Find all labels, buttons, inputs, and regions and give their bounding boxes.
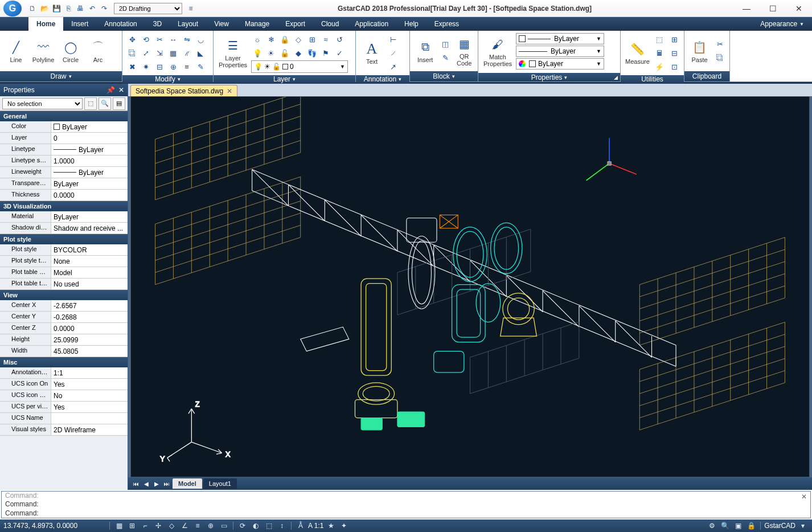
qprop-icon[interactable]: ⬚ bbox=[263, 521, 274, 531]
layout-last-icon[interactable]: ⏭ bbox=[162, 479, 171, 488]
prop-row[interactable]: Height25.0999 bbox=[0, 334, 128, 346]
annovis-icon[interactable]: ★ bbox=[325, 521, 337, 531]
ortho-icon[interactable]: ⌐ bbox=[140, 521, 151, 531]
align-icon[interactable]: ≡ bbox=[181, 60, 193, 73]
prop-row[interactable]: LinetypeByLayer bbox=[0, 144, 128, 155]
tab-insert[interactable]: Insert bbox=[63, 17, 96, 31]
prop-row[interactable]: Plot styleBYCOLOR bbox=[0, 244, 128, 256]
layout-prev-icon[interactable]: ◀ bbox=[142, 479, 151, 488]
trim-icon[interactable]: ✂ bbox=[153, 33, 166, 46]
dyn-icon[interactable]: ⊕ bbox=[205, 521, 216, 531]
prop-row[interactable]: Width45.0805 bbox=[0, 346, 128, 357]
layer-state-icon[interactable]: ⚑ bbox=[319, 47, 332, 59]
prop-row[interactable]: Thickness0.0000 bbox=[0, 190, 128, 201]
quickselect-panel-icon[interactable]: 🔍 bbox=[99, 97, 111, 110]
prop-row[interactable]: Visual styles2D Wireframe bbox=[0, 424, 128, 436]
prop-group-misc[interactable]: Misc bbox=[0, 357, 128, 367]
prop-group-plot-style[interactable]: Plot style bbox=[0, 234, 128, 244]
prop-value[interactable]: Yes bbox=[51, 379, 128, 390]
tab-export[interactable]: Export bbox=[277, 17, 313, 31]
prop-value[interactable]: Yes bbox=[51, 402, 128, 412]
prop-row[interactable]: UCS Name bbox=[0, 413, 128, 424]
scale-label[interactable]: A 1:1 bbox=[308, 522, 323, 530]
document-tab[interactable]: Softpedia Space Station.dwg✕ bbox=[130, 85, 237, 96]
mirror-icon[interactable]: ⇋ bbox=[181, 33, 193, 46]
selcyc-icon[interactable]: ↕ bbox=[276, 521, 288, 531]
array-icon[interactable]: ▦ bbox=[167, 47, 179, 59]
copy-icon[interactable]: ⿻ bbox=[126, 47, 138, 59]
lweight-icon[interactable]: ≡ bbox=[192, 521, 203, 531]
panel-layer-title[interactable]: Layer▾ bbox=[214, 75, 355, 83]
prop-value[interactable]: BYCOLOR bbox=[51, 244, 128, 255]
prop-row[interactable]: Plot table typeNo used bbox=[0, 279, 128, 290]
drawing-canvas[interactable]: X Y Z bbox=[130, 96, 810, 477]
layer-dropdown[interactable]: 💡☀🔓0▼ bbox=[251, 60, 348, 73]
panel-annotation-title[interactable]: Annotation▾ bbox=[356, 75, 409, 83]
layer-on-icon[interactable]: 💡 bbox=[251, 47, 264, 59]
prop-row[interactable]: Center Z0.0000 bbox=[0, 323, 128, 334]
prop-value[interactable]: 25.0999 bbox=[51, 334, 128, 345]
prop-row[interactable]: Linetype scale1.0000 bbox=[0, 155, 128, 167]
panel-modify-title[interactable]: Modify▾ bbox=[122, 75, 213, 83]
layer-iso-icon[interactable]: ◇ bbox=[292, 33, 305, 46]
clean-icon[interactable]: ▣ bbox=[732, 521, 744, 531]
prop-value[interactable]: Shadow and receive ... bbox=[51, 223, 128, 234]
prop-row[interactable]: Center Y-0.2688 bbox=[0, 312, 128, 323]
panel-block-title[interactable]: Block▾ bbox=[410, 71, 478, 81]
extend-icon[interactable]: ↔ bbox=[167, 33, 179, 46]
tab-express[interactable]: Express bbox=[426, 17, 467, 31]
prop-row[interactable]: ColorByLayer bbox=[0, 121, 128, 133]
annoauto-icon[interactable]: ✦ bbox=[338, 521, 350, 531]
rotate-icon[interactable]: ⟲ bbox=[140, 33, 152, 46]
panel-close-icon[interactable]: ✕ bbox=[118, 86, 124, 94]
prop-value[interactable]: -2.6567 bbox=[51, 300, 128, 311]
edit-icon[interactable]: ✎ bbox=[194, 60, 207, 73]
prop-group-general[interactable]: General bbox=[0, 111, 128, 121]
util6-icon[interactable]: ⊡ bbox=[668, 60, 680, 73]
break-icon[interactable]: ⊟ bbox=[153, 60, 166, 73]
model-tab[interactable]: Model bbox=[173, 478, 202, 489]
prop-value[interactable]: ByLayer bbox=[51, 211, 128, 222]
prop-row[interactable]: Plot style tableNone bbox=[0, 256, 128, 267]
tab-3d[interactable]: 3D bbox=[145, 17, 170, 31]
command-line[interactable]: ✕ Command: Command: Command: bbox=[1, 491, 811, 518]
app-icon[interactable]: G bbox=[3, 1, 22, 17]
appearance-menu[interactable]: Appearance ▼ bbox=[752, 17, 812, 31]
print-icon[interactable]: 🖶 bbox=[75, 3, 85, 14]
prop-value[interactable]: ByLayer bbox=[51, 121, 128, 132]
paste-button[interactable]: 📋Paste bbox=[688, 34, 711, 68]
copy-clip-icon[interactable]: ⿻ bbox=[713, 52, 726, 64]
cmd-input[interactable]: Command: bbox=[2, 509, 810, 518]
prop-value[interactable]: 45.0805 bbox=[51, 346, 128, 357]
close-button[interactable]: ✕ bbox=[786, 0, 812, 17]
qrcode-button[interactable]: ▦QR Code bbox=[454, 34, 474, 68]
grid-icon[interactable]: ⊞ bbox=[126, 521, 138, 531]
saveall-icon[interactable]: ⎘ bbox=[63, 3, 73, 14]
prop-row[interactable]: MaterialByLayer bbox=[0, 211, 128, 223]
panel-properties-title[interactable]: Properties▾◢ bbox=[478, 73, 620, 81]
prop-row[interactable]: Annotation s...1:1 bbox=[0, 367, 128, 379]
prop-value[interactable]: ByLayer bbox=[51, 144, 128, 155]
tab-cloud[interactable]: Cloud bbox=[313, 17, 347, 31]
snap-icon[interactable]: ▦ bbox=[113, 521, 125, 531]
quickselect-icon[interactable]: ⚡ bbox=[653, 60, 666, 73]
polyline-button[interactable]: 〰Polyline bbox=[31, 34, 56, 68]
text-button[interactable]: AText bbox=[359, 36, 384, 70]
layer-merge-icon[interactable]: ⊞ bbox=[306, 33, 318, 46]
util5-icon[interactable]: ⊟ bbox=[668, 47, 680, 59]
move-icon[interactable]: ✥ bbox=[126, 33, 138, 46]
layer-unlock-icon[interactable]: 🔓 bbox=[278, 47, 291, 59]
prop-value[interactable]: 0.0000 bbox=[51, 323, 128, 334]
lock-ui-icon[interactable]: 🔒 bbox=[745, 521, 757, 531]
prop-value[interactable]: None bbox=[51, 256, 128, 267]
arc-button[interactable]: ⌒Arc bbox=[85, 34, 110, 68]
circle-button[interactable]: ◯Circle bbox=[58, 34, 83, 68]
layout1-tab[interactable]: Layout1 bbox=[203, 478, 237, 489]
prop-row[interactable]: Center X-2.6567 bbox=[0, 300, 128, 312]
prop-row[interactable]: Shadow disp...Shadow and receive ... bbox=[0, 223, 128, 234]
layer-prev-icon[interactable]: ↺ bbox=[333, 33, 346, 46]
prop-row[interactable]: TransparencyByLayer bbox=[0, 178, 128, 190]
save-icon[interactable]: 💾 bbox=[51, 3, 61, 14]
selection-dropdown[interactable]: No selection bbox=[2, 98, 83, 109]
maximize-button[interactable]: ☐ bbox=[760, 0, 786, 17]
